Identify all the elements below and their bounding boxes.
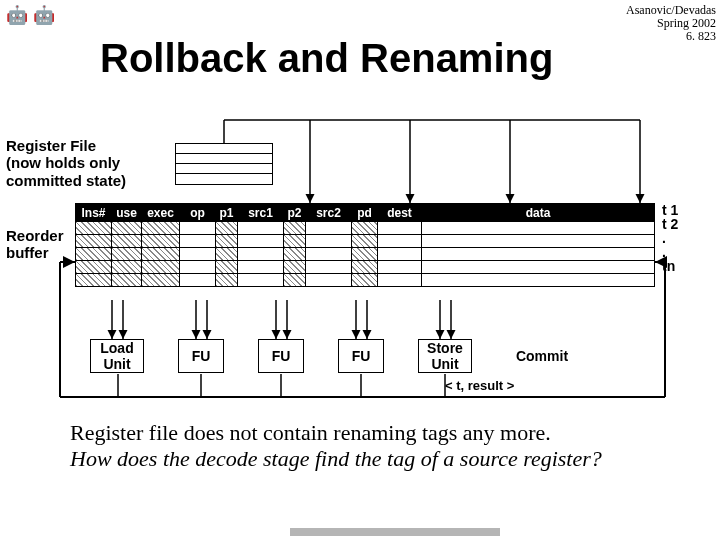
fu-box-1: FU [178, 339, 224, 373]
col-p2: p2 [284, 204, 306, 221]
reorder-buffer-label: Reorder buffer [6, 227, 64, 262]
commit-label: Commit [506, 339, 578, 373]
col-dest: dest [378, 204, 422, 221]
reorder-buffer-table: Ins# use exec op p1 src1 p2 src2 pd dest… [75, 203, 655, 287]
rob-time-labels: t 1 t 2 . . tn [662, 203, 678, 273]
table-row [76, 273, 654, 286]
register-file [175, 143, 273, 185]
body-line-1: Register file does not contain renaming … [70, 420, 670, 446]
col-exec: exec [142, 204, 180, 221]
col-src1: src1 [238, 204, 284, 221]
body-text: Register file does not contain renaming … [70, 420, 670, 473]
col-src2: src2 [306, 204, 352, 221]
col-p1: p1 [216, 204, 238, 221]
header-meta: Asanovic/Devadas Spring 2002 6. 823 [626, 4, 716, 44]
col-op: op [180, 204, 216, 221]
course: 6. 823 [626, 30, 716, 43]
logo-icon: 🤖 🤖 [6, 4, 55, 26]
col-use: use [112, 204, 142, 221]
table-row [76, 234, 654, 247]
table-row [76, 221, 654, 234]
functional-units-row: Load Unit FU FU FU Store Unit Commit [90, 339, 612, 373]
store-unit: Store Unit [418, 339, 472, 373]
footer-divider [290, 528, 500, 536]
load-unit: Load Unit [90, 339, 144, 373]
register-file-label: Register File (now holds only committed … [6, 137, 126, 189]
fu-box-2: FU [258, 339, 304, 373]
body-line-2: How does the decode stage find the tag o… [70, 446, 670, 472]
fu-box-3: FU [338, 339, 384, 373]
col-ins: Ins# [76, 204, 112, 221]
col-data: data [422, 204, 654, 221]
col-pd: pd [352, 204, 378, 221]
page-title: Rollback and Renaming [100, 36, 553, 81]
table-row [76, 260, 654, 273]
result-tag-label: < t, result > [445, 378, 514, 393]
table-row [76, 247, 654, 260]
